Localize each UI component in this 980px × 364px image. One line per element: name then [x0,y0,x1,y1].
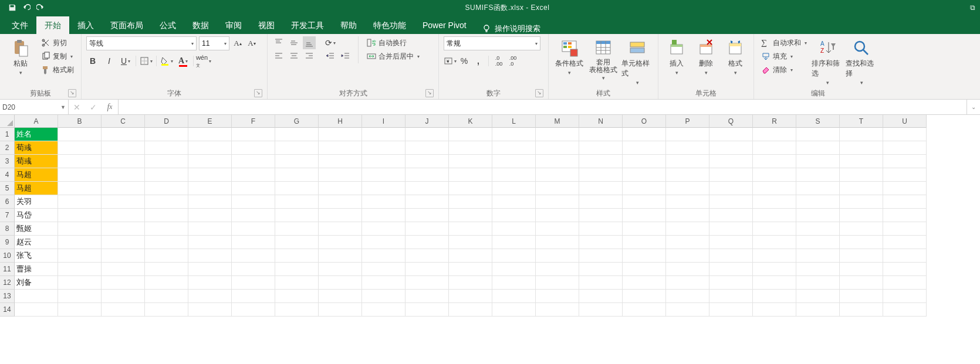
cell-styles-button[interactable]: 单元格样式▾ [621,36,653,86]
cell[interactable] [449,141,492,155]
cell[interactable] [753,141,796,155]
cell[interactable] [362,168,405,182]
cell[interactable] [319,182,362,195]
cell[interactable] [405,168,449,182]
cell[interactable] [58,168,102,182]
row-header[interactable]: 5 [0,182,15,195]
cell[interactable] [492,303,536,317]
cell[interactable] [796,236,840,249]
cell[interactable] [232,249,275,263]
cell[interactable] [709,141,753,155]
tab-公式[interactable]: 公式 [151,16,184,34]
row-header[interactable]: 2 [0,141,15,155]
cell[interactable] [579,155,623,168]
cell[interactable] [188,303,232,317]
cell[interactable] [449,195,492,209]
cell[interactable] [58,209,102,222]
column-header[interactable]: C [102,115,145,128]
cell[interactable] [405,236,449,249]
cell[interactable] [362,236,405,249]
cell[interactable] [145,236,188,249]
cell[interactable] [275,303,319,317]
cell[interactable] [840,182,883,195]
tab-数据[interactable]: 数据 [184,16,217,34]
tab-页面布局[interactable]: 页面布局 [102,16,151,34]
cell[interactable] [623,290,666,303]
cell[interactable] [840,128,883,141]
cell[interactable]: 甄姬 [15,222,58,236]
cell[interactable] [753,290,796,303]
cell[interactable] [579,141,623,155]
cell[interactable] [145,209,188,222]
format-cells-button[interactable]: 格式▾ [722,36,749,76]
cell[interactable] [623,236,666,249]
delete-cells-button[interactable]: 删除▾ [692,36,719,76]
cell[interactable] [188,290,232,303]
cell[interactable] [623,303,666,317]
cell[interactable] [232,290,275,303]
cell[interactable] [753,168,796,182]
cell[interactable] [275,263,319,276]
tab-特色功能[interactable]: 特色功能 [365,16,414,34]
cell[interactable] [753,236,796,249]
decrease-decimal-icon[interactable]: .00.0 [506,55,519,67]
cell[interactable] [232,155,275,168]
redo-icon[interactable] [36,4,45,12]
cell[interactable] [623,168,666,182]
cell[interactable] [536,168,579,182]
wrap-text-button[interactable]: ab 自动换行 [364,36,422,49]
cell[interactable] [362,290,405,303]
cell[interactable] [796,290,840,303]
cell[interactable] [188,155,232,168]
cell[interactable] [536,195,579,209]
cell[interactable] [492,222,536,236]
column-header[interactable]: D [145,115,188,128]
merge-center-button[interactable]: 合并后居中▾ [364,50,422,63]
underline-button[interactable]: U▾ [119,55,132,67]
cell[interactable] [796,168,840,182]
cell[interactable] [188,276,232,290]
cell[interactable] [492,168,536,182]
cell[interactable] [362,249,405,263]
align-center-icon[interactable] [288,50,300,63]
cell[interactable] [232,141,275,155]
cell[interactable] [492,182,536,195]
column-header[interactable]: U [883,115,927,128]
cell[interactable] [449,128,492,141]
sort-filter-button[interactable]: AZ 排序和筛选▾ [812,36,843,86]
cell[interactable] [405,263,449,276]
row-header[interactable]: 1 [0,128,15,141]
cell[interactable] [449,155,492,168]
comma-icon[interactable]: , [472,55,485,67]
cell[interactable] [449,182,492,195]
enter-formula-icon[interactable]: ✓ [85,101,102,114]
column-header[interactable]: N [579,115,623,128]
column-header[interactable]: Q [709,115,753,128]
cell[interactable] [753,155,796,168]
cell[interactable] [362,195,405,209]
cell[interactable] [796,182,840,195]
cell[interactable] [623,195,666,209]
cell[interactable] [579,236,623,249]
cell[interactable] [275,155,319,168]
cell[interactable] [405,222,449,236]
cell[interactable] [840,263,883,276]
find-select-button[interactable]: 查找和选择▾ [846,36,877,86]
cell[interactable] [449,209,492,222]
cell[interactable] [579,209,623,222]
cell[interactable] [709,209,753,222]
row-header[interactable]: 7 [0,209,15,222]
align-right-icon[interactable] [303,50,316,63]
cell[interactable] [753,303,796,317]
cell[interactable] [145,263,188,276]
cell[interactable] [796,276,840,290]
cell[interactable] [319,303,362,317]
cell[interactable] [145,249,188,263]
cell[interactable] [709,222,753,236]
cell[interactable] [362,303,405,317]
cell[interactable] [319,249,362,263]
cell[interactable] [102,155,145,168]
cell[interactable] [15,290,58,303]
cell[interactable] [58,303,102,317]
cell[interactable] [666,141,709,155]
